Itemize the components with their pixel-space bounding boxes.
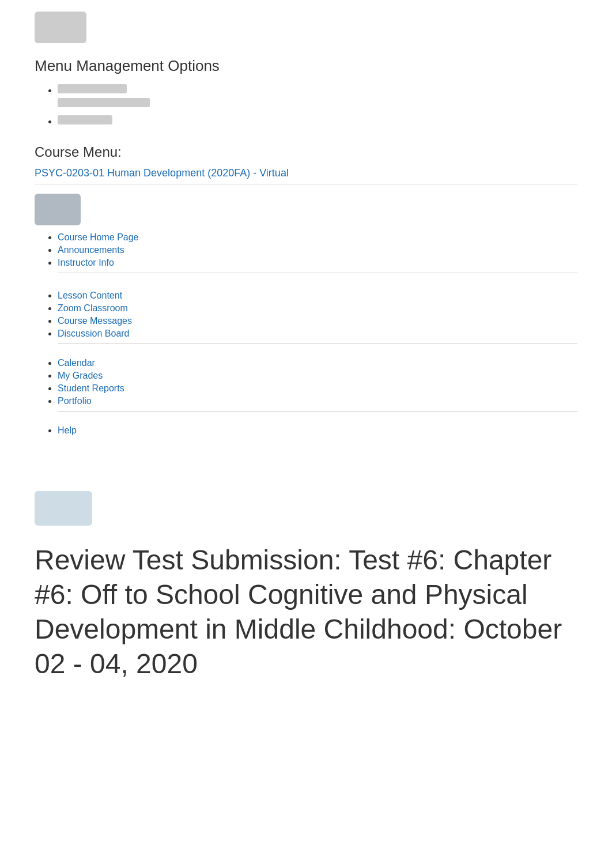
- list-item: Student Reports: [58, 383, 577, 394]
- student-reports-link[interactable]: Student Reports: [58, 383, 124, 393]
- nav-separator: [58, 411, 577, 412]
- list-item: Course Messages: [58, 316, 577, 326]
- my-grades-link[interactable]: My Grades: [58, 371, 103, 380]
- zoom-classroom-link[interactable]: Zoom Classroom: [58, 303, 128, 313]
- list-item: [58, 84, 577, 110]
- nav-group-1: Course Home Page Announcements Instructo…: [35, 232, 577, 290]
- instructor-info-link[interactable]: Instructor Info: [58, 258, 114, 267]
- course-link[interactable]: PSYC-0203-01 Human Development (2020FA) …: [35, 167, 577, 184]
- list-item: Calendar: [58, 358, 577, 368]
- list-item: Zoom Classroom: [58, 303, 577, 314]
- menu-item-placeholder: [58, 115, 112, 124]
- nav-group-2: Lesson Content Zoom Classroom Course Mes…: [35, 290, 577, 358]
- menu-management-title: Menu Management Options: [35, 57, 577, 75]
- list-item: Help: [58, 425, 577, 436]
- nav-separator: [58, 273, 577, 273]
- avatar: [35, 194, 81, 225]
- list-item: Instructor Info: [58, 258, 577, 268]
- announcements-link[interactable]: Announcements: [58, 245, 124, 255]
- calendar-link[interactable]: Calendar: [58, 358, 95, 368]
- discussion-board-link[interactable]: Discussion Board: [58, 329, 130, 338]
- bottom-image-placeholder: [35, 491, 92, 526]
- logo-image: [35, 12, 86, 43]
- list-item: My Grades: [58, 371, 577, 381]
- list-item: Portfolio: [58, 396, 577, 406]
- bottom-section: Review Test Submission: Test #6: Chapter…: [35, 480, 577, 681]
- menu-management-list: [35, 84, 577, 127]
- nav-group-3: Calendar My Grades Student Reports Portf…: [35, 358, 577, 425]
- top-logo-area: [35, 12, 577, 46]
- lesson-content-link[interactable]: Lesson Content: [58, 290, 122, 300]
- help-link[interactable]: Help: [58, 425, 77, 435]
- list-item: Announcements: [58, 245, 577, 255]
- separator-row: [58, 411, 577, 412]
- course-home-page-link[interactable]: Course Home Page: [58, 232, 139, 242]
- list-item: Lesson Content: [58, 290, 577, 301]
- nav-separator: [58, 344, 577, 344]
- menu-item-placeholder: [58, 98, 150, 107]
- list-item: Discussion Board: [58, 329, 577, 339]
- separator-row: [58, 273, 577, 281]
- separator-row: [58, 344, 577, 344]
- course-menu-title: Course Menu:: [35, 144, 577, 160]
- review-title: Review Test Submission: Test #6: Chapter…: [35, 543, 577, 681]
- list-item: Course Home Page: [58, 232, 577, 243]
- portfolio-link[interactable]: Portfolio: [58, 396, 92, 406]
- menu-item-placeholder: [58, 84, 127, 93]
- nav-group-4: Help: [35, 425, 577, 445]
- list-item: [58, 115, 577, 127]
- course-messages-link[interactable]: Course Messages: [58, 316, 132, 326]
